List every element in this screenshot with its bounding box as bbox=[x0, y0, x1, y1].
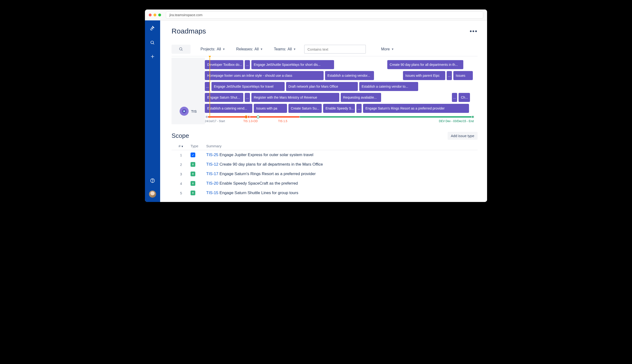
scope-table-header: #▼ Type Summary bbox=[172, 144, 478, 150]
timeline-card[interactable]: ... bbox=[205, 82, 210, 91]
timeline-row: Engage Saturn Shut......Register with th… bbox=[205, 93, 475, 102]
chevron-down-icon: ▼ bbox=[260, 48, 263, 51]
page-more-actions[interactable]: ••• bbox=[470, 28, 478, 35]
timeline-card[interactable]: Draft network plan for Mars Office bbox=[286, 82, 358, 91]
svg-point-6 bbox=[180, 48, 182, 50]
timeline-card[interactable]: Establish a catering vendor... bbox=[325, 71, 374, 80]
timeline-card[interactable]: Issues with parent Eipc bbox=[403, 71, 445, 80]
timeline-row: Establish a catering vend...Issues with … bbox=[205, 104, 475, 113]
jira-logo-icon[interactable] bbox=[149, 25, 156, 33]
scope-row[interactable]: 1TIS-25 Engage Jupiter Express for outer… bbox=[172, 150, 478, 160]
svg-line-7 bbox=[182, 50, 182, 50]
timeline-card[interactable]: Developer Toolbox do... bbox=[205, 60, 243, 69]
timeline-card[interactable]: Engage Saturn's Rings Resort as a prefer… bbox=[363, 104, 469, 113]
scope-row-summary[interactable]: TIS-15 Engage Saturn Shuttle Lines for g… bbox=[206, 190, 478, 195]
timeline-card[interactable]: Establish a catering vendor to... bbox=[359, 82, 418, 91]
minimize-window-icon[interactable] bbox=[154, 14, 156, 16]
search-button[interactable] bbox=[172, 45, 190, 54]
scope-row[interactable]: 2TIS-12 Create 90 day plans for all depa… bbox=[172, 160, 478, 169]
today-indicator bbox=[210, 58, 210, 118]
url-bar[interactable]: jira.teamsinspace.com bbox=[166, 12, 483, 18]
filter-teams-value: All bbox=[288, 47, 292, 51]
team-row[interactable]: TIS bbox=[180, 107, 196, 116]
scope-row-summary[interactable]: TIS-12 Create 90 day plans for all depar… bbox=[206, 162, 478, 167]
svg-point-5 bbox=[152, 182, 152, 182]
chevron-down-icon: ▼ bbox=[293, 48, 296, 51]
axis-v15-label: TIS 1.5 bbox=[278, 120, 288, 123]
timeline-card[interactable]: Engage JetShuttle SpaceWays for travel bbox=[212, 82, 285, 91]
issue-summary-text: Engage Saturn Shuttle Lines for group to… bbox=[220, 190, 298, 195]
timeline-gap bbox=[336, 60, 386, 69]
filter-teams-label: Teams: bbox=[274, 47, 286, 51]
improvement-icon bbox=[190, 172, 195, 176]
axis-end-label: DEV Dev - 03/Dec/15 - End bbox=[439, 120, 474, 123]
timeline-axis: 24/Jul/17 - Start TIS 1.0-OD TIS 1.5 DEV… bbox=[206, 115, 474, 124]
timeline-card[interactable]: ... bbox=[452, 93, 457, 102]
col-type-header[interactable]: Type bbox=[190, 144, 206, 148]
help-icon[interactable] bbox=[149, 177, 156, 184]
scope-row[interactable]: 5TIS-15 Engage Saturn Shuttle Lines for … bbox=[172, 188, 478, 198]
scope-row-number: 5 bbox=[172, 191, 190, 195]
scope-row-type bbox=[190, 162, 206, 167]
scope-row-number: 2 bbox=[172, 162, 190, 166]
scope-section: Scope Add issue type #▼ Type Summary 1TI… bbox=[172, 132, 478, 198]
timeline-card[interactable]: ... bbox=[447, 71, 452, 80]
scope-row-summary[interactable]: TIS-20 Enable Speedy SpaceCraft as the p… bbox=[206, 181, 478, 186]
issue-key-link[interactable]: TIS-25 bbox=[206, 152, 220, 157]
filter-more[interactable]: More ▼ bbox=[378, 45, 397, 54]
timeline-card[interactable]: Ch... bbox=[458, 93, 470, 102]
timeline-card[interactable]: Establish a catering vend... bbox=[205, 104, 252, 113]
scope-row[interactable]: 4TIS-20 Enable Speedy SpaceCraft as the … bbox=[172, 179, 478, 188]
timeline-card[interactable]: Create Saturn Su... bbox=[288, 104, 322, 113]
maximize-window-icon[interactable] bbox=[158, 14, 161, 16]
add-issue-type-button[interactable]: Add issue type bbox=[448, 132, 478, 140]
timeline-card[interactable]: Issues bbox=[453, 71, 473, 80]
url-text: jira.teamsinspace.com bbox=[170, 13, 202, 17]
timeline-card[interactable]: Issues with pa bbox=[254, 104, 287, 113]
scope-row-number: 1 bbox=[172, 153, 190, 157]
timeline-card[interactable]: Requesting avaliable... bbox=[341, 93, 381, 102]
timeline-row: ...Engage JetShuttle SpaceWays for trave… bbox=[205, 82, 475, 91]
filter-releases[interactable]: Releases: All ▼ bbox=[233, 45, 266, 54]
team-avatar-icon bbox=[180, 107, 189, 116]
issue-key-link[interactable]: TIS-12 bbox=[206, 162, 220, 166]
scope-row-summary[interactable]: TIS-17 Engage Saturn's Rings Resort as a… bbox=[206, 172, 478, 176]
timeline-card[interactable]: ... bbox=[245, 60, 250, 69]
svg-point-0 bbox=[151, 41, 154, 44]
filter-teams[interactable]: Teams: All ▼ bbox=[271, 45, 299, 54]
timeline-card[interactable]: Homepage footer uses an inline style - s… bbox=[205, 71, 324, 80]
issue-key-link[interactable]: TIS-15 bbox=[206, 190, 220, 195]
filter-releases-label: Releases: bbox=[236, 47, 253, 51]
search-icon[interactable] bbox=[149, 39, 156, 46]
timeline: TIS Developer Toolbox do......Engage Jet… bbox=[172, 58, 478, 124]
chevron-down-icon: ▼ bbox=[181, 145, 184, 148]
issue-key-link[interactable]: TIS-20 bbox=[206, 181, 220, 186]
timeline-card[interactable]: ... bbox=[356, 104, 362, 113]
timeline-card[interactable]: Enable Speedy S... bbox=[323, 104, 355, 113]
create-icon[interactable] bbox=[149, 53, 156, 60]
filter-projects-value: All bbox=[217, 47, 221, 51]
issue-summary-text: Engage Jupiter Express for outer solar s… bbox=[220, 152, 314, 157]
scope-row-type bbox=[190, 181, 206, 186]
scope-row[interactable]: 3TIS-17 Engage Saturn's Rings Resort as … bbox=[172, 169, 478, 179]
scope-row-type bbox=[190, 152, 206, 157]
issue-key-link[interactable]: TIS-17 bbox=[206, 172, 220, 176]
col-num-header[interactable]: #▼ bbox=[172, 144, 190, 148]
timeline-card[interactable]: Register with the Mars Ministry of Reven… bbox=[251, 93, 339, 102]
timeline-card[interactable]: Engage JetShuttle SpaceWays for short di… bbox=[251, 60, 334, 69]
timeline-card[interactable]: ... bbox=[245, 93, 250, 102]
scope-row-summary[interactable]: TIS-25 Engage Jupiter Express for outer … bbox=[206, 152, 478, 157]
filter-projects[interactable]: Projects: All ▼ bbox=[198, 45, 228, 54]
issue-summary-text: Create 90 day plans for all departments … bbox=[220, 162, 323, 166]
col-summary-header[interactable]: Summary bbox=[206, 144, 478, 148]
scope-title: Scope bbox=[172, 132, 189, 140]
issue-summary-text: Enable Speedy SpaceCraft as the preferre… bbox=[220, 181, 298, 186]
close-window-icon[interactable] bbox=[149, 14, 152, 16]
timeline-card[interactable]: Create 90 day plans for all departments … bbox=[387, 60, 463, 69]
user-avatar[interactable] bbox=[149, 190, 156, 198]
filter-projects-label: Projects: bbox=[200, 47, 215, 51]
scope-row-type bbox=[190, 190, 206, 195]
text-filter-input[interactable] bbox=[304, 45, 366, 54]
filter-bar: Projects: All ▼ Releases: All ▼ Teams: A… bbox=[172, 45, 478, 56]
timeline-card[interactable]: Engage Saturn Shut... bbox=[205, 93, 243, 102]
